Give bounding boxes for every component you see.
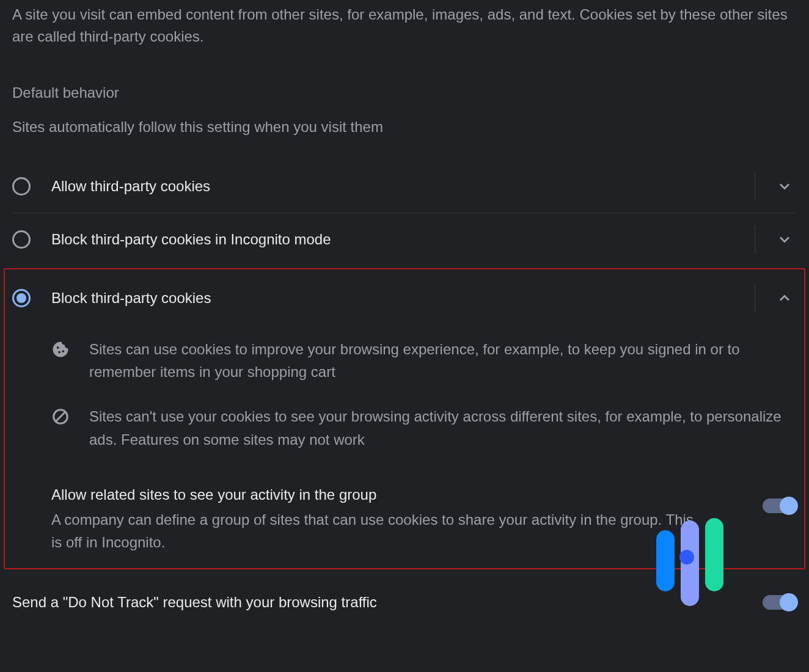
option-label: Allow third-party cookies (51, 178, 738, 195)
block-icon (51, 405, 78, 428)
related-sites-toggle[interactable] (763, 499, 797, 513)
related-sites-setting: Allow related sites to see your activity… (12, 462, 797, 553)
option-block-third-party-highlight: Block third-party cookies Sites can use … (4, 268, 805, 569)
radio-selected-icon[interactable] (12, 289, 31, 307)
do-not-track-label: Send a "Do Not Track" request with your … (12, 594, 763, 611)
svg-line-1 (56, 412, 65, 422)
related-sites-desc: A company can define a group of sites th… (51, 508, 699, 553)
separator (755, 172, 755, 200)
do-not-track-row[interactable]: Send a "Do Not Track" request with your … (12, 578, 797, 627)
chevron-down-icon[interactable] (772, 231, 797, 248)
intro-text: A site you visit can embed content from … (12, 0, 797, 66)
chevron-down-icon[interactable] (772, 178, 797, 195)
toggle-knob (780, 497, 798, 515)
related-sites-title: Allow related sites to see your activity… (51, 486, 699, 508)
default-behavior-header: Default behavior (12, 66, 797, 114)
separator (755, 225, 755, 254)
detail-cookies-blocked: Sites can't use your cookies to see your… (12, 394, 797, 461)
separator (755, 284, 755, 312)
radio-unselected-icon[interactable] (12, 230, 31, 249)
chevron-up-icon[interactable] (772, 290, 797, 307)
do-not-track-toggle[interactable] (763, 595, 797, 610)
default-behavior-sub: Sites automatically follow this setting … (12, 114, 797, 160)
detail-cookies-allowed: Sites can use cookies to improve your br… (12, 327, 797, 394)
toggle-knob (780, 593, 798, 612)
option-label: Block third-party cookies (51, 290, 738, 307)
detail-text: Sites can't use your cookies to see your… (78, 405, 797, 450)
cookie-icon (51, 338, 78, 361)
option-block-third-party[interactable]: Block third-party cookies (12, 269, 797, 327)
option-label: Block third-party cookies in Incognito m… (51, 231, 738, 248)
option-block-incognito[interactable]: Block third-party cookies in Incognito m… (12, 213, 797, 266)
radio-unselected-icon[interactable] (12, 177, 31, 195)
detail-text: Sites can use cookies to improve your br… (78, 338, 797, 383)
option-allow-third-party[interactable]: Allow third-party cookies (12, 160, 797, 213)
